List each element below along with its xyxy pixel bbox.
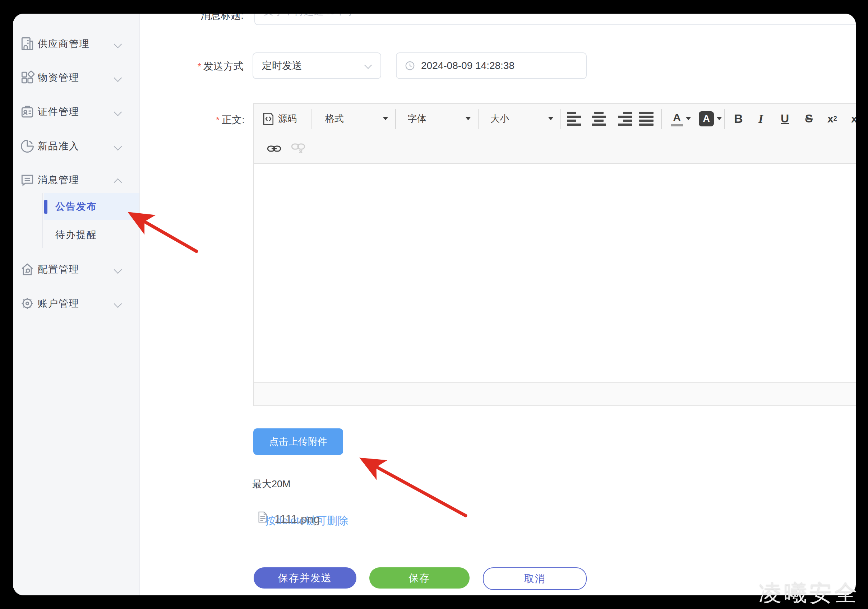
send-datetime-input[interactable]: 2024-08-09 14:28:38 [396, 53, 587, 79]
format-dropdown[interactable]: 格式 [325, 104, 388, 134]
chevron-down-icon [114, 74, 122, 82]
send-datetime-value: 2024-08-09 14:28:38 [421, 60, 515, 71]
sidebar-item-label: 新品准入 [38, 140, 79, 153]
editor-status-bar [254, 382, 856, 405]
sidebar-subitem-label: 待办提醒 [55, 228, 97, 241]
align-left-button[interactable] [567, 112, 583, 126]
bg-color-icon: A [699, 111, 714, 127]
bg-color-button[interactable]: A [699, 104, 722, 134]
clock-icon [405, 60, 415, 71]
align-justify-button[interactable] [639, 112, 655, 126]
font-dropdown[interactable]: 字体 [408, 104, 471, 134]
chevron-down-icon [114, 265, 122, 273]
dropdown-arrow-icon [686, 117, 691, 120]
strikethrough-button[interactable]: S [805, 104, 813, 134]
sidebar-item-message[interactable]: 消息管理 [13, 163, 139, 197]
chevron-down-icon [114, 142, 122, 150]
unlink-icon [291, 142, 305, 155]
watermark-text: 凌曦安全 [759, 577, 859, 609]
supplier-icon [19, 36, 35, 52]
required-asterisk: * [216, 114, 220, 125]
active-item-indicator [44, 200, 47, 214]
cancel-button[interactable]: 取消 [483, 567, 587, 590]
sidebar: 我的首页 供应商管理 物资管理 证件管理 [13, 14, 140, 595]
italic-button[interactable]: I [758, 104, 763, 134]
save-button[interactable]: 保存 [369, 567, 470, 589]
insert-link-button[interactable] [267, 134, 281, 163]
required-asterisk: * [198, 61, 201, 72]
send-method-value: 定时发送 [262, 59, 302, 73]
materials-icon [19, 70, 35, 85]
dropdown-arrow-icon [548, 117, 553, 120]
sidebar-item-materials[interactable]: 物资管理 [13, 61, 139, 94]
body-label: *正文: [173, 113, 245, 127]
dropdown-arrow-icon [717, 117, 722, 120]
editor-content-area[interactable] [254, 164, 856, 381]
chevron-down-icon [365, 62, 372, 70]
chevron-up-icon [114, 176, 122, 184]
chevron-down-icon [114, 300, 122, 308]
sidebar-subitem-label: 公告发布 [55, 200, 97, 213]
align-right-button[interactable] [617, 112, 632, 126]
rich-text-editor: 源码 格式 字体 大小 [253, 103, 856, 406]
link-icon [267, 144, 281, 154]
bold-button[interactable]: B [734, 104, 743, 134]
remove-link-button[interactable] [291, 134, 305, 163]
underline-button[interactable]: U [781, 104, 789, 134]
font-size-dropdown[interactable]: 大小 [490, 104, 553, 134]
app-window: 我的首页 供应商管理 物资管理 证件管理 [13, 14, 856, 595]
source-code-button[interactable]: 源码 [262, 104, 297, 134]
message-title-label: 消息标题: [172, 14, 243, 22]
sidebar-subitem-announcement[interactable]: 公告发布 [44, 193, 140, 220]
upload-size-hint: 最大20M [252, 478, 291, 490]
sidebar-item-label: 消息管理 [38, 173, 79, 186]
message-icon [19, 172, 35, 188]
subscript-button[interactable]: x2 [828, 104, 837, 134]
sidebar-subitem-todo-reminder[interactable]: 待办提醒 [13, 221, 140, 249]
dropdown-arrow-icon [466, 117, 471, 120]
sidebar-item-label: 供应商管理 [38, 37, 90, 50]
sidebar-item-home[interactable]: 我的首页 [13, 14, 139, 20]
sidebar-item-config[interactable]: 配置管理 [13, 252, 139, 286]
sidebar-item-label: 物资管理 [38, 71, 79, 84]
send-method-select[interactable]: 定时发送 [253, 53, 381, 79]
upload-attachment-button[interactable]: 点击上传附件 [253, 428, 343, 455]
config-icon [19, 261, 35, 277]
chevron-down-icon [114, 108, 122, 116]
sidebar-item-label: 配置管理 [38, 263, 79, 276]
sidebar-item-account[interactable]: 账户管理 [13, 286, 139, 320]
uploaded-file-name[interactable]: 1111.png [274, 512, 320, 526]
send-method-label: *发送方式 [154, 60, 243, 73]
color-swatch [671, 124, 683, 127]
text-color-button[interactable]: A [671, 104, 691, 134]
align-center-button[interactable] [592, 112, 608, 126]
message-title-input[interactable]: 文字不得超过40个字 [254, 14, 856, 25]
source-code-icon [262, 112, 274, 126]
dropdown-arrow-icon [383, 117, 388, 120]
sidebar-item-new-product[interactable]: 新品准入 [13, 129, 139, 163]
message-title-placeholder: 文字不得超过40个字 [264, 14, 355, 18]
chevron-down-icon [114, 40, 122, 48]
new-product-icon [19, 138, 35, 154]
account-icon [19, 295, 35, 311]
sidebar-item-label: 证件管理 [38, 105, 79, 118]
save-and-send-button[interactable]: 保存并发送 [254, 567, 356, 589]
sidebar-item-supplier[interactable]: 供应商管理 [13, 27, 139, 61]
sidebar-item-label: 账户管理 [38, 297, 79, 310]
sidebar-item-certificate[interactable]: 证件管理 [13, 95, 139, 128]
certificate-icon [19, 104, 35, 120]
editor-toolbar: 源码 格式 字体 大小 [254, 104, 856, 164]
superscript-button[interactable]: x [851, 104, 856, 134]
